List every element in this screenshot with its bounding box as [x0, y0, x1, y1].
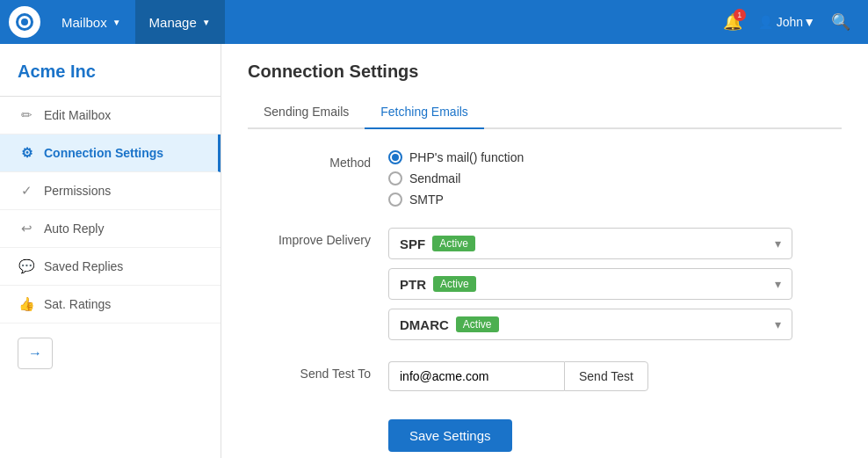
sidebar-item-saved-replies[interactable]: 💬 Saved Replies	[0, 248, 221, 286]
radio-group: PHP's mail() function Sendmail SMTP	[388, 150, 842, 207]
sidebar-item-edit-mailbox[interactable]: ✏ Edit Mailbox	[0, 97, 221, 134]
nav-mailbox[interactable]: Mailbox ▼	[47, 0, 135, 44]
spf-badge: Active	[432, 236, 475, 251]
sidebar-item-connection-settings[interactable]: ⚙ Connection Settings	[0, 134, 221, 172]
dropdown-group: SPF Active ▾ PTR Active ▾	[388, 228, 842, 340]
radio-php-mail[interactable]: PHP's mail() function	[388, 150, 842, 164]
top-nav: Mailbox ▼ Manage ▼ 🔔 1 👤 John ▼ 🔍	[0, 0, 868, 44]
tab-fetching-emails[interactable]: Fetching Emails	[365, 96, 484, 129]
sidebar-item-auto-reply[interactable]: ↩ Auto Reply	[0, 210, 221, 248]
sidebar-item-permissions[interactable]: ✓ Permissions	[0, 172, 221, 210]
mailbox-caret-icon: ▼	[112, 18, 121, 27]
chat-icon: 💬	[18, 258, 35, 274]
dmarc-caret-icon: ▾	[775, 317, 781, 331]
ptr-dropdown[interactable]: PTR Active ▾	[388, 268, 792, 300]
radio-php-circle	[388, 150, 402, 164]
page-title: Connection Settings	[248, 62, 842, 82]
radio-smtp-circle	[388, 193, 402, 207]
improve-delivery-control: SPF Active ▾ PTR Active ▾	[388, 228, 842, 340]
method-control: PHP's mail() function Sendmail SMTP	[388, 150, 842, 207]
user-caret-icon: ▼	[803, 15, 815, 29]
notification-badge: 1	[734, 9, 746, 21]
ptr-caret-icon: ▾	[775, 277, 781, 291]
logo-icon	[9, 6, 40, 38]
send-test-control: Send Test	[388, 361, 842, 391]
send-test-row: Send Test To Send Test	[248, 361, 842, 391]
tabs: Sending Emails Fetching Emails	[248, 96, 842, 129]
check-icon: ✓	[18, 183, 35, 199]
improve-delivery-row: Improve Delivery SPF Active ▾ PTR Active	[248, 228, 842, 340]
dmarc-dropdown[interactable]: DMARC Active ▾	[388, 309, 792, 340]
dmarc-badge: Active	[456, 316, 499, 332]
thumbsup-icon: 👍	[18, 296, 35, 312]
reply-icon: ↩	[18, 221, 35, 236]
dmarc-label: DMARC Active	[400, 316, 499, 332]
search-icon[interactable]: 🔍	[831, 12, 850, 32]
spf-dropdown[interactable]: SPF Active ▾	[388, 228, 792, 259]
sidebar-item-sat-ratings[interactable]: 👍 Sat. Ratings	[0, 286, 221, 324]
save-row: Save Settings	[248, 412, 842, 452]
send-test-button[interactable]: Send Test	[564, 361, 648, 391]
radio-sendmail[interactable]: Sendmail	[388, 171, 842, 185]
radio-sendmail-circle	[388, 171, 402, 185]
ptr-badge: Active	[433, 276, 476, 292]
tab-sending-emails[interactable]: Sending Emails	[248, 96, 365, 129]
user-menu[interactable]: 👤 John ▼	[758, 15, 815, 29]
user-icon: 👤	[758, 15, 773, 29]
sidebar: Acme Inc ✏ Edit Mailbox ⚙ Connection Set…	[0, 44, 221, 458]
notification-bell-icon[interactable]: 🔔 1	[723, 12, 742, 32]
manage-caret-icon: ▼	[202, 18, 211, 27]
nav-manage[interactable]: Manage ▼	[135, 0, 225, 44]
layout: Acme Inc ✏ Edit Mailbox ⚙ Connection Set…	[0, 44, 868, 458]
spf-label: SPF Active	[400, 236, 475, 251]
spf-caret-icon: ▾	[775, 236, 781, 251]
method-label: Method	[248, 150, 388, 170]
settings-icon: ⚙	[18, 145, 35, 161]
ptr-label: PTR Active	[400, 276, 476, 292]
improve-delivery-label: Improve Delivery	[248, 228, 388, 247]
send-test-email-input[interactable]	[388, 361, 564, 391]
main-content: Connection Settings Sending Emails Fetch…	[221, 44, 868, 458]
edit-icon: ✏	[18, 107, 35, 123]
method-row: Method PHP's mail() function Sendmail SM…	[248, 150, 842, 207]
save-settings-button[interactable]: Save Settings	[388, 419, 512, 452]
arrow-right-icon: →	[28, 345, 42, 361]
radio-smtp[interactable]: SMTP	[388, 193, 842, 207]
send-test-label: Send Test To	[248, 361, 388, 381]
sidebar-arrow-button[interactable]: →	[18, 338, 53, 369]
send-test-input-row: Send Test	[388, 361, 842, 391]
company-name: Acme Inc	[0, 44, 221, 97]
